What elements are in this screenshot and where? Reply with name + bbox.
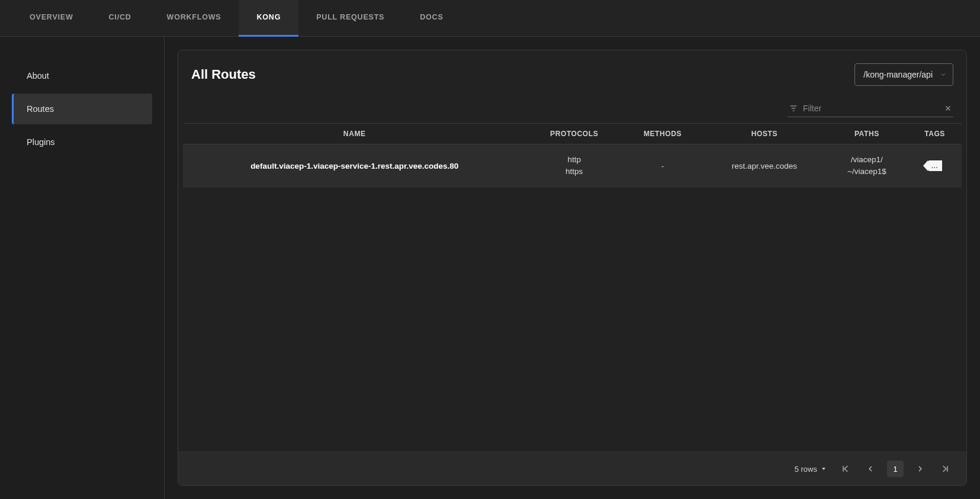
routes-card: All Routes /kong-manager/api	[178, 50, 967, 486]
last-page-button[interactable]	[937, 461, 953, 477]
col-hosts[interactable]: Hosts	[703, 124, 825, 144]
tab-pull-requests[interactable]: Pull Requests	[298, 0, 402, 37]
sidebar: About Routes Plugins	[0, 37, 165, 499]
tab-overview[interactable]: Overview	[12, 0, 91, 37]
tag-badge-icon[interactable]: ...	[928, 160, 942, 171]
tab-docs[interactable]: Docs	[402, 0, 461, 37]
sidebar-item-about[interactable]: About	[12, 60, 152, 91]
filter-input[interactable]	[803, 104, 939, 113]
col-protocols[interactable]: Protocols	[526, 124, 622, 144]
filter-box	[788, 100, 953, 117]
cell-paths: /viacep1/ ~/viacep1$	[826, 144, 908, 188]
instance-selector-value: /kong-manager/api	[863, 70, 933, 79]
sidebar-item-plugins[interactable]: Plugins	[12, 127, 152, 157]
cell-tags: ...	[908, 144, 962, 188]
rows-per-page-select[interactable]: 5 rows	[795, 465, 827, 474]
tab-workflows[interactable]: Workflows	[149, 0, 239, 37]
caret-down-icon	[821, 466, 827, 472]
cell-protocols: http https	[526, 144, 622, 188]
col-methods[interactable]: Methods	[622, 124, 703, 144]
chevron-down-icon	[940, 71, 947, 78]
tab-kong[interactable]: Kong	[239, 0, 298, 37]
pager: 1	[837, 461, 953, 477]
card-header: All Routes /kong-manager/api	[178, 50, 966, 96]
filter-icon[interactable]	[789, 104, 798, 113]
main-content: All Routes /kong-manager/api	[165, 37, 980, 499]
next-page-button[interactable]	[912, 461, 928, 477]
routes-table: Name Protocols Methods Hosts Paths Tags …	[183, 123, 962, 188]
card-footer: 5 rows 1	[178, 452, 966, 485]
cell-methods: -	[622, 144, 703, 188]
table-row[interactable]: default.viacep-1.viacep-service-1.rest.a…	[183, 144, 962, 188]
col-tags[interactable]: Tags	[908, 124, 962, 144]
instance-selector[interactable]: /kong-manager/api	[854, 63, 953, 86]
top-nav: Overview CI/CD Workflows Kong Pull Reque…	[0, 0, 980, 37]
rows-per-page-label: 5 rows	[795, 465, 817, 474]
page-number-current[interactable]: 1	[887, 461, 904, 477]
sidebar-item-routes[interactable]: Routes	[12, 94, 152, 124]
table-wrap: Name Protocols Methods Hosts Paths Tags …	[178, 123, 966, 452]
col-name[interactable]: Name	[183, 124, 526, 144]
page-title: All Routes	[191, 67, 256, 82]
filter-row	[178, 96, 966, 123]
tab-cicd[interactable]: CI/CD	[91, 0, 149, 37]
cell-hosts: rest.apr.vee.codes	[703, 144, 825, 188]
prev-page-button[interactable]	[862, 461, 879, 477]
svg-marker-5	[822, 468, 825, 470]
cell-name: default.viacep-1.viacep-service-1.rest.a…	[183, 144, 526, 188]
first-page-button[interactable]	[837, 461, 854, 477]
clear-filter-icon[interactable]	[944, 104, 952, 112]
col-paths[interactable]: Paths	[826, 124, 908, 144]
